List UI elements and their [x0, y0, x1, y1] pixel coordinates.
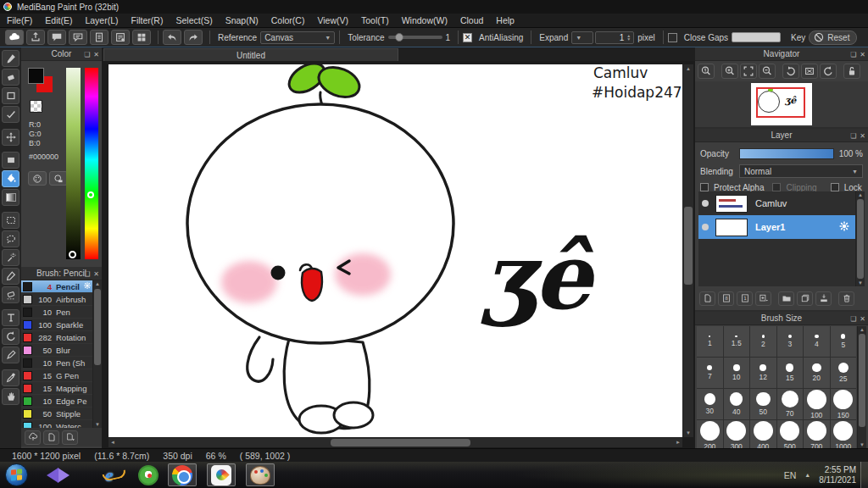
antialiasing-checkbox[interactable]: ✕	[463, 33, 472, 42]
brush-size-option[interactable]: 30	[697, 389, 723, 419]
popout-icon[interactable]: ❏	[850, 132, 856, 140]
brush-size-option[interactable]: 15	[777, 358, 804, 388]
tolerance-slider[interactable]	[388, 36, 442, 39]
transparent-swatch[interactable]	[30, 100, 42, 113]
close-icon[interactable]: ✕	[860, 132, 865, 140]
bucket-tool[interactable]	[2, 170, 19, 187]
cloud-upload-button[interactable]	[25, 430, 41, 445]
brush-size-option[interactable]: 4	[804, 326, 830, 357]
add-brush-button[interactable]	[43, 430, 59, 445]
scroll-right-icon[interactable]: ►	[676, 440, 681, 445]
brush-tool[interactable]	[2, 50, 19, 67]
reset-button[interactable]: Reset	[809, 30, 857, 45]
popout-icon[interactable]: ❏	[84, 51, 90, 58]
brush-size-option[interactable]: 1000	[831, 420, 857, 448]
gradient-tool[interactable]	[2, 189, 19, 206]
shape-brush-tool[interactable]	[2, 87, 19, 104]
document-tab[interactable]: Untitled	[103, 48, 398, 61]
clock[interactable]: 2:55 PM 8/11/2021	[819, 465, 856, 485]
brush-size-option[interactable]: 25	[831, 358, 857, 388]
upload-button[interactable]	[26, 30, 45, 45]
select-eraser-tool[interactable]	[2, 286, 19, 303]
brush-menu-button[interactable]	[62, 430, 78, 445]
undo-button[interactable]	[163, 30, 181, 45]
taskbar-kmplayer-icon[interactable]	[49, 463, 78, 486]
scroll-down-icon[interactable]: ▼	[683, 430, 693, 435]
menu-filter[interactable]: Filter(R)	[131, 15, 164, 25]
value-indicator[interactable]	[69, 251, 76, 258]
menu-select[interactable]: Select(S)	[175, 15, 212, 25]
layer-row[interactable]: Layer1	[698, 215, 855, 239]
lock-button[interactable]	[843, 64, 860, 79]
control-pen-tool[interactable]	[2, 106, 19, 123]
close-icon[interactable]: ✕	[93, 51, 99, 58]
color-set-button[interactable]	[49, 171, 68, 186]
fg-bg-swatches[interactable]	[28, 68, 55, 95]
move-tool[interactable]	[2, 129, 19, 146]
8bit-layer-button[interactable]: 8	[718, 291, 734, 306]
reset-rotation-button[interactable]	[801, 64, 818, 79]
menu-tool[interactable]: Tool(T)	[361, 15, 389, 25]
scroll-up-icon[interactable]: ▲	[856, 192, 865, 197]
brush-size-option[interactable]: 50	[750, 389, 776, 419]
scroll-up-icon[interactable]: ▲	[683, 66, 693, 71]
folder-button[interactable]	[778, 291, 794, 306]
navigator-thumbnail[interactable]: ʒê	[751, 83, 812, 125]
brush-size-option[interactable]: 100	[804, 389, 830, 419]
brush-size-option[interactable]: 500	[777, 420, 804, 448]
brush-item[interactable]: 10Pen (Sh	[21, 357, 92, 369]
chat-button[interactable]	[69, 30, 87, 45]
delete-layer-button[interactable]	[838, 291, 854, 306]
tiles-button[interactable]	[132, 30, 151, 45]
canvas-vertical-scrollbar[interactable]: ▲ ▼	[682, 64, 693, 437]
scrollbar-thumb[interactable]	[857, 199, 864, 279]
popout-icon[interactable]: ❏	[84, 270, 90, 278]
hue-indicator[interactable]	[87, 191, 94, 198]
taskbar-chrome-icon[interactable]	[168, 463, 197, 486]
brush-size-option[interactable]: 20	[804, 358, 830, 388]
tolerance-slider-knob[interactable]	[395, 33, 403, 42]
brush-item[interactable]: 282Rotation	[21, 331, 92, 344]
add-layer-menu-button[interactable]	[755, 291, 771, 306]
layer-row[interactable]: Camluv	[698, 191, 855, 215]
menu-edit[interactable]: Edit(E)	[45, 15, 72, 25]
close-icon[interactable]: ✕	[93, 270, 99, 278]
palette-button[interactable]	[28, 171, 47, 186]
brush-size-option[interactable]: 150	[831, 389, 857, 419]
start-button[interactable]	[5, 463, 28, 486]
rect-select-tool[interactable]	[2, 152, 19, 169]
expand-value-input[interactable]: 1 ▲▼	[595, 31, 634, 44]
canvas[interactable]: ʒê Camluv #Hoidap247	[108, 64, 682, 437]
1bit-layer-button[interactable]: 1	[737, 291, 753, 306]
brush-size-scrollbar[interactable]: ▲ ▼	[857, 326, 866, 448]
eraser-tool[interactable]	[2, 69, 19, 86]
new-layer-button[interactable]	[699, 291, 715, 306]
scroll-left-icon[interactable]: ◄	[110, 440, 115, 445]
comment-button[interactable]	[47, 30, 66, 45]
language-indicator[interactable]: EN	[784, 470, 797, 480]
brush-item[interactable]: 15Mapping	[21, 382, 92, 395]
scrollbar-thumb[interactable]	[684, 207, 693, 285]
close-icon[interactable]: ✕	[860, 315, 865, 323]
close-gaps-slider[interactable]	[732, 32, 781, 42]
layer-settings-gear-icon[interactable]	[838, 220, 850, 234]
brush-size-option[interactable]: 400	[750, 420, 776, 448]
zoom-in-button[interactable]	[721, 64, 738, 79]
opacity-slider[interactable]	[739, 148, 834, 159]
menu-help[interactable]: Help	[496, 15, 515, 25]
brush-size-option[interactable]: 12	[750, 358, 776, 388]
brush-size-option[interactable]: 70	[777, 389, 804, 419]
brush-item[interactable]: 15G Pen	[21, 369, 92, 382]
menu-color[interactable]: Color(C)	[271, 15, 305, 25]
navigator-viewport-frame[interactable]	[756, 87, 805, 118]
redo-button[interactable]	[184, 30, 203, 45]
doc-list-button[interactable]	[111, 30, 130, 45]
brush-item[interactable]: 100Sparkle	[21, 319, 92, 331]
popout-icon[interactable]: ❏	[850, 315, 856, 323]
brush-size-option[interactable]: 7	[697, 358, 723, 388]
close-gaps-checkbox[interactable]	[668, 33, 677, 42]
popout-icon[interactable]: ❏	[850, 51, 856, 58]
scroll-down-icon[interactable]: ▼	[856, 280, 865, 286]
brush-size-option[interactable]: 10	[724, 358, 750, 388]
brush-size-option[interactable]: 200	[697, 420, 723, 448]
